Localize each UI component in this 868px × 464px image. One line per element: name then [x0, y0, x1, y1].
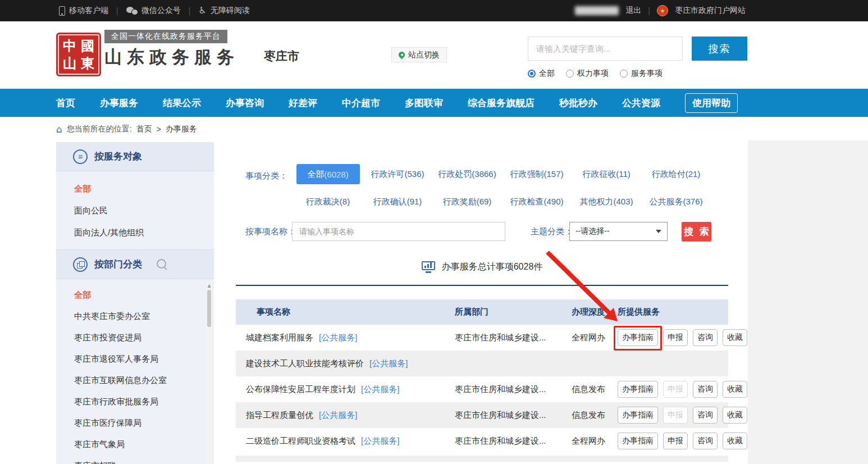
category-cell: 行政征收(11) — [572, 164, 641, 184]
search-scope-radio-权力事项[interactable]: 权力事项 — [566, 69, 609, 79]
category-cell: 行政给付(21) — [641, 164, 711, 184]
category-tab[interactable]: 行政征收(11) — [582, 169, 631, 180]
action-button-办事指南[interactable]: 办事指南 — [618, 433, 658, 449]
service-object-item[interactable]: 全部 — [74, 178, 214, 200]
service-object-icon: ≡ — [73, 149, 88, 164]
department-search-icon[interactable] — [157, 259, 168, 270]
keyword-search-input[interactable] — [528, 37, 683, 61]
category-tab[interactable]: 行政检查(490) — [510, 197, 563, 207]
item-name-link[interactable]: 二级造价工程师职业资格考试 — [246, 436, 355, 447]
category-tab[interactable]: 行政给付(21) — [652, 169, 701, 180]
nav-item[interactable]: 办事咨询 — [226, 97, 264, 110]
service-object-title: 按服务对象 — [94, 150, 142, 163]
portal-link[interactable]: 枣庄市政府门户网站 — [675, 6, 746, 16]
nav-item[interactable]: 综合服务旗舰店 — [468, 97, 534, 110]
action-button-申报[interactable]: 申报 — [663, 329, 688, 346]
nav-item[interactable]: 好差评 — [289, 97, 317, 110]
department-item[interactable]: 枣庄市医疗保障局 — [74, 413, 214, 434]
action-button-办事指南[interactable]: 办事指南 — [618, 407, 658, 424]
category-tab[interactable]: 行政处罚(3866) — [438, 169, 496, 180]
search-scope-radio-服务事项[interactable]: 服务事项 — [620, 69, 663, 79]
department-item[interactable]: 枣庄市投资促进局 — [74, 327, 214, 349]
category-tab[interactable]: 行政强制(157) — [510, 169, 563, 180]
item-name-link[interactable]: 公布保障性安居工程年度计划 — [246, 384, 355, 395]
action-button-咨询[interactable]: 咨询 — [693, 329, 718, 346]
category-tab[interactable]: 行政许可(536) — [371, 169, 424, 180]
action-button-申报[interactable]: 申报 — [663, 433, 688, 449]
scrollbar-up-icon[interactable]: ▲ — [207, 283, 212, 288]
item-tag-link[interactable]: [公共服务] — [319, 333, 357, 343]
department-item[interactable]: 枣庄市气象局 — [74, 434, 214, 456]
action-button-办事指南[interactable]: 办事指南 — [618, 329, 658, 346]
category-tab[interactable]: 其他权力(403) — [579, 197, 633, 207]
chevron-down-icon — [656, 230, 661, 233]
item-name-link[interactable]: 指导工程质量创优 — [246, 410, 313, 421]
topbar-link[interactable]: 微信公众号 — [126, 6, 181, 16]
topic-select[interactable]: --请选择-- — [569, 222, 668, 241]
table-top-divider — [236, 285, 728, 286]
item-tag-link[interactable]: [公共服务] — [319, 410, 357, 421]
radio-unchecked-icon[interactable] — [620, 70, 628, 78]
item-name-cell: 二级造价工程师职业资格考试[公共服务] — [236, 436, 455, 447]
category-tab-active[interactable]: 全部(6028) — [296, 164, 360, 184]
item-tag-link[interactable]: [公共服务] — [361, 436, 399, 447]
filter-search-button[interactable]: 搜 索 — [682, 222, 711, 242]
action-button-收藏[interactable]: 收藏 — [723, 407, 747, 424]
department-item[interactable]: 枣庄市退役军人事务局 — [74, 349, 214, 370]
item-tag-link[interactable]: [公共服务] — [369, 358, 408, 369]
topbar-link[interactable]: 移动客户端 — [59, 6, 108, 16]
department-item[interactable]: 枣庄市妇联 — [74, 456, 214, 464]
category-tab[interactable]: 公共服务(376) — [649, 197, 702, 207]
keyword-search-button[interactable]: 搜索 — [692, 37, 747, 61]
service-object-item[interactable]: 面向公民 — [74, 200, 214, 222]
radio-checked-icon[interactable] — [528, 70, 536, 78]
service-object-item[interactable]: 面向法人/其他组织 — [74, 222, 214, 244]
action-button-收藏[interactable]: 收藏 — [723, 329, 747, 346]
category-tab[interactable]: 行政奖励(69) — [443, 197, 492, 207]
topbar-link[interactable]: ♿无障碍阅读 — [198, 6, 249, 16]
logout-link[interactable]: 退出 — [625, 6, 641, 16]
action-button-收藏[interactable]: 收藏 — [723, 381, 747, 398]
topic-select-value: --请选择-- — [575, 226, 610, 236]
item-tag-link[interactable]: [公共服务] — [361, 384, 399, 395]
nav-item[interactable]: 秒批秒办 — [559, 97, 597, 110]
item-dept-cell: 枣庄市住房和城乡建设... — [455, 436, 567, 447]
department-item[interactable]: 中共枣庄市委办公室 — [74, 306, 214, 327]
action-button-咨询[interactable]: 咨询 — [693, 407, 718, 424]
item-depth-cell: 全程网办 — [567, 333, 615, 343]
category-tab[interactable]: 行政裁决(8) — [306, 197, 350, 207]
home-icon: ⌂ — [56, 125, 62, 134]
breadcrumb-home-link[interactable]: 首页 — [136, 124, 152, 134]
breadcrumb-current[interactable]: 办事服务 — [166, 124, 197, 134]
nav-item[interactable]: 首页 — [56, 97, 75, 110]
topbar-divider: | — [648, 6, 650, 15]
action-button-咨询[interactable]: 咨询 — [693, 433, 718, 449]
service-object-list: 全部面向公民面向法人/其他组织 — [56, 171, 214, 250]
action-button-收藏[interactable]: 收藏 — [723, 433, 747, 449]
radio-unchecked-icon[interactable] — [566, 70, 574, 78]
nav-item[interactable]: 多图联审 — [405, 97, 443, 110]
item-name-link[interactable]: 建设技术工人职业技能考核评价 — [246, 358, 364, 369]
action-button-办事指南[interactable]: 办事指南 — [618, 381, 658, 398]
nav-item[interactable]: 公共资源 — [622, 97, 660, 110]
item-name-link[interactable]: 城建档案利用服务 — [246, 333, 313, 343]
item-depth-cell: 信息发布 — [567, 410, 615, 421]
search-scope-radio-全部[interactable]: 全部 — [528, 69, 555, 79]
item-name-cell: 指导工程质量创优[公共服务] — [236, 410, 455, 421]
department-item[interactable]: 枣庄市互联网信息办公室 — [74, 370, 214, 392]
department-item[interactable]: 全部 — [74, 285, 214, 306]
action-button-咨询[interactable]: 咨询 — [693, 381, 718, 398]
category-tab[interactable]: 行政确认(91) — [373, 197, 422, 207]
nav-item[interactable]: 办事服务 — [100, 97, 138, 110]
item-name-input[interactable] — [292, 222, 505, 241]
department-item[interactable]: 枣庄市行政审批服务局 — [74, 392, 214, 413]
nav-item[interactable]: 中介超市 — [342, 97, 380, 110]
department-scrollbar[interactable]: ▲ — [207, 282, 212, 464]
nav-item[interactable]: 结果公示 — [163, 97, 201, 110]
scrollbar-thumb[interactable] — [207, 290, 211, 327]
item-name-cell: 建设技术工人职业技能考核评价[公共服务] — [236, 358, 455, 369]
nav-help-button[interactable]: 使用帮助 — [685, 93, 738, 113]
site-switch-button[interactable]: 站点切换 — [391, 47, 447, 62]
item-actions-cell: 办事指南申报咨询收藏 — [615, 433, 747, 449]
category-cell: 行政奖励(69) — [432, 192, 502, 212]
